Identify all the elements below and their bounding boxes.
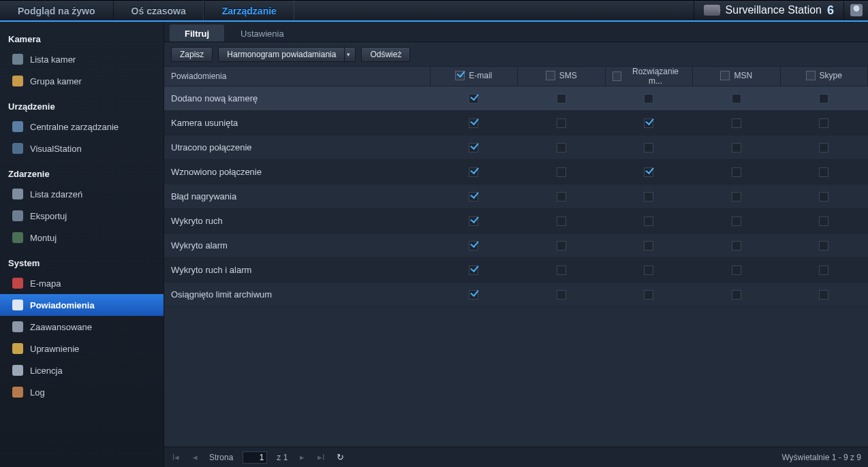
row-cell <box>430 209 518 234</box>
col-header-1[interactable]: SMS <box>518 67 606 86</box>
col-header-2[interactable]: Rozwiązanie m... <box>605 67 693 86</box>
table-row[interactable]: Wznowiono połączenie <box>164 160 868 184</box>
sidebar-item-lista-zdarzeń[interactable]: Lista zdarzeń <box>0 183 164 205</box>
top-tab-0[interactable]: Podgląd na żywo <box>0 0 113 20</box>
cell-checkbox[interactable] <box>469 265 478 275</box>
pager-page-input[interactable] <box>243 451 267 464</box>
cell-checkbox[interactable] <box>644 94 653 103</box>
cell-checkbox[interactable] <box>732 290 741 300</box>
cell-checkbox[interactable] <box>819 118 828 128</box>
table-row[interactable]: Wykryto ruch i alarm <box>164 258 868 283</box>
cell-checkbox[interactable] <box>557 192 566 202</box>
top-tab-2[interactable]: Zarządzanie <box>204 0 294 20</box>
col-header-3[interactable]: MSN <box>693 67 781 86</box>
table-row[interactable]: Wykryto alarm <box>164 234 868 258</box>
cell-checkbox[interactable] <box>732 167 741 177</box>
cell-checkbox[interactable] <box>819 241 828 251</box>
col-header-4[interactable]: Skype <box>780 67 868 86</box>
cell-checkbox[interactable] <box>732 143 741 152</box>
cell-checkbox[interactable] <box>732 216 741 226</box>
cell-checkbox[interactable] <box>732 118 741 128</box>
table-row[interactable]: Dodano nową kamerę <box>164 86 868 111</box>
cell-checkbox[interactable] <box>819 216 828 226</box>
sidebar-item-uprawnienie[interactable]: Uprawnienie <box>0 338 164 359</box>
cell-checkbox[interactable] <box>644 241 653 251</box>
pager-summary: Wyświetalnie 1 - 9 z 9 <box>781 453 861 462</box>
cell-checkbox[interactable] <box>644 143 653 152</box>
sidebar-item-powiadomienia[interactable]: Powiadomienia <box>0 294 164 316</box>
cell-checkbox[interactable] <box>557 94 566 103</box>
cell-checkbox[interactable] <box>469 192 478 202</box>
body: KameraLista kamerGrupa kamerUrządzenieCe… <box>0 22 868 467</box>
user-menu-button[interactable] <box>843 0 868 20</box>
pager-refresh-icon[interactable]: ↻ <box>335 452 345 462</box>
col-header-name[interactable]: Powiadomienia <box>164 67 430 86</box>
cell-checkbox[interactable] <box>469 118 478 128</box>
cell-checkbox[interactable] <box>819 192 828 202</box>
cell-checkbox[interactable] <box>557 216 566 226</box>
cell-checkbox[interactable] <box>819 290 828 300</box>
cell-checkbox[interactable] <box>469 143 478 152</box>
cell-checkbox[interactable] <box>557 241 566 251</box>
cell-checkbox[interactable] <box>819 143 828 152</box>
top-tab-1[interactable]: Oś czasowa <box>113 0 204 20</box>
cell-checkbox[interactable] <box>732 192 741 202</box>
cell-checkbox[interactable] <box>644 192 653 202</box>
cell-checkbox[interactable] <box>557 167 566 177</box>
cell-checkbox[interactable] <box>469 241 478 251</box>
pager-prev-icon[interactable]: ◂ <box>190 452 200 462</box>
sidebar-item-licencja[interactable]: Licencja <box>0 359 164 381</box>
sidebar-item-zaawansowane[interactable]: Zaawansowane <box>0 316 164 338</box>
sidebar-item-grupa-kamer[interactable]: Grupa kamer <box>0 70 164 92</box>
table-row[interactable]: Błąd nagrywania <box>164 184 868 209</box>
sidebar-item-label: Centralne zarządzanie <box>30 122 119 132</box>
cell-checkbox[interactable] <box>644 216 653 226</box>
header-checkbox[interactable] <box>806 71 816 80</box>
cell-checkbox[interactable] <box>644 118 653 128</box>
refresh-button[interactable]: Odśwież <box>361 47 410 62</box>
table-row[interactable]: Wykryto ruch <box>164 209 868 234</box>
cell-checkbox[interactable] <box>557 265 566 275</box>
subtab-ustawienia[interactable]: Ustawienia <box>226 25 299 42</box>
cell-checkbox[interactable] <box>469 167 478 177</box>
cell-checkbox[interactable] <box>557 118 566 128</box>
header-checkbox[interactable] <box>613 71 622 81</box>
table-row[interactable]: Osiągnięto limit archiwum <box>164 283 868 307</box>
cell-checkbox[interactable] <box>819 167 828 177</box>
table-row[interactable]: Kamera usunięta <box>164 111 868 135</box>
header-checkbox[interactable] <box>546 71 555 80</box>
header-checkbox[interactable] <box>455 71 465 80</box>
cell-checkbox[interactable] <box>469 216 478 226</box>
cell-checkbox[interactable] <box>644 265 653 275</box>
cell-checkbox[interactable] <box>819 94 828 103</box>
header-checkbox[interactable] <box>720 71 730 80</box>
sidebar-item-log[interactable]: Log <box>0 381 164 403</box>
pager-next-icon[interactable]: ▸ <box>297 452 307 462</box>
col-header-0[interactable]: E-mail <box>430 67 518 86</box>
sidebar-item-icon <box>12 232 23 243</box>
sidebar-item-centralne-zarządzanie[interactable]: Centralne zarządzanie <box>0 116 164 138</box>
save-button[interactable]: Zapisz <box>171 47 213 62</box>
subtab-filtruj[interactable]: Filtruj <box>170 25 224 42</box>
cell-checkbox[interactable] <box>644 290 653 300</box>
pager-last-icon[interactable]: ▸I <box>316 452 326 462</box>
sidebar-item-montuj[interactable]: Montuj <box>0 227 164 248</box>
cell-checkbox[interactable] <box>732 265 741 275</box>
cell-checkbox[interactable] <box>819 265 828 275</box>
cell-checkbox[interactable] <box>469 290 478 300</box>
schedule-combo[interactable]: Harmonogram powiadamiania ▾ <box>218 47 356 62</box>
cell-checkbox[interactable] <box>644 167 653 177</box>
cell-checkbox[interactable] <box>557 143 566 152</box>
sidebar-item-lista-kamer[interactable]: Lista kamer <box>0 48 164 70</box>
pager-first-icon[interactable]: I◂ <box>171 452 181 462</box>
cell-checkbox[interactable] <box>469 94 478 103</box>
sidebar-item-eksportuj[interactable]: Eksportuj <box>0 205 164 227</box>
cell-checkbox[interactable] <box>732 94 741 103</box>
col-header-label: E-mail <box>469 71 492 80</box>
cell-checkbox[interactable] <box>732 241 741 251</box>
cell-checkbox[interactable] <box>557 290 566 300</box>
sidebar-item-visualstation[interactable]: VisualStation <box>0 138 164 159</box>
table-row[interactable]: Utracono połączenie <box>164 135 868 160</box>
user-icon <box>850 4 863 16</box>
sidebar-item-e-mapa[interactable]: E-mapa <box>0 272 164 294</box>
